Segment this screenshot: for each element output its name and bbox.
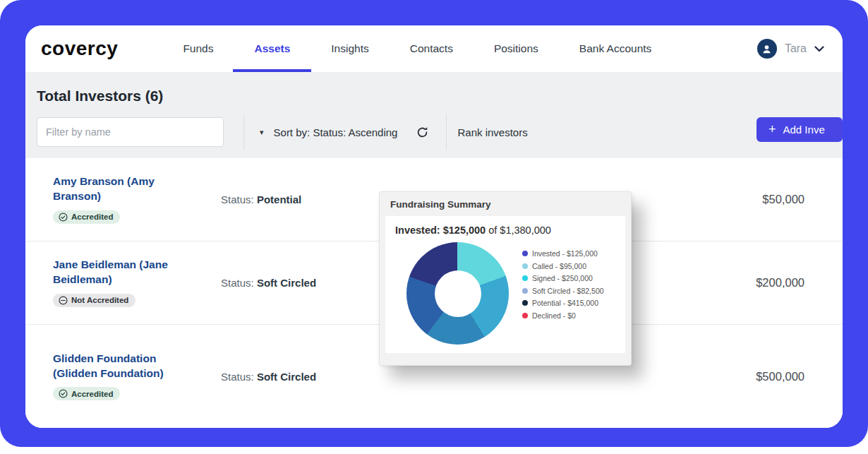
popup-body: Invested: $125,000 of $1,380,000 Investe… — [385, 216, 625, 353]
investor-status: Status: Soft Circled — [221, 371, 316, 383]
plus-icon: + — [768, 122, 776, 137]
main-nav: Funds Assets Insights Contacts Positions… — [183, 25, 651, 72]
legend-label: Signed - $250,000 — [532, 274, 593, 282]
sort-caret-icon[interactable]: ▾ — [260, 128, 264, 137]
badge-label: Accredited — [71, 213, 113, 221]
user-avatar-icon — [757, 39, 777, 59]
status-label: Status: — [221, 371, 254, 383]
nav-tab-insights[interactable]: Insights — [331, 25, 368, 72]
invested-total: of $1,380,000 — [486, 225, 551, 236]
donut-chart — [406, 242, 509, 345]
nav-tab-assets[interactable]: Assets — [254, 25, 290, 72]
chevron-down-icon — [814, 46, 824, 52]
toolbar-divider — [243, 114, 244, 150]
chart-legend: Invested - $125,000 Called - $95,000 Sig… — [522, 249, 604, 345]
legend-item: Soft Circled - $82,500 — [522, 287, 604, 295]
status-value: Soft Circled — [257, 277, 316, 289]
legend-dot — [522, 288, 528, 294]
investor-name-link[interactable]: Glidden Foundation (Glidden Foundation) — [53, 352, 193, 381]
filter-by-name-input[interactable] — [37, 117, 224, 147]
legend-item: Called - $95,000 — [522, 262, 604, 270]
investor-name-link[interactable]: Amy Branson (Amy Branson) — [53, 174, 193, 204]
investor-amount: $500,000 — [756, 370, 804, 383]
app-window: covercy Funds Assets Insights Contacts P… — [25, 25, 843, 428]
check-circle-icon — [59, 213, 68, 222]
legend-dot — [522, 300, 528, 306]
status-value: Soft Circled — [257, 371, 316, 383]
nav-tab-bank-accounts[interactable]: Bank Accounts — [579, 25, 652, 72]
toolbar: ▾ Sort by: Status: Ascending Rank invest… — [37, 114, 831, 150]
toolbar-divider — [446, 114, 447, 150]
rank-investors-button[interactable]: Rank investors — [457, 126, 527, 138]
user-name: Tara — [785, 42, 807, 55]
legend-dot — [522, 251, 528, 256]
investor-status: Status: Soft Circled — [221, 277, 316, 289]
page-title: Total Investors (6) — [25, 72, 843, 114]
nav-tab-positions[interactable]: Positions — [494, 25, 538, 72]
check-circle-icon — [59, 389, 68, 398]
legend-dot — [522, 275, 528, 281]
legend-item: Invested - $125,000 — [522, 249, 604, 258]
investor-name-block: Amy Branson (Amy Branson) Accredited — [53, 174, 193, 225]
add-investor-label: Add Inve — [783, 124, 825, 136]
user-menu[interactable]: Tara — [757, 39, 824, 59]
status-label: Status: — [221, 277, 254, 289]
donut-hole — [435, 270, 481, 317]
legend-label: Called - $95,000 — [532, 262, 586, 270]
legend-label: Declined - $0 — [532, 311, 576, 320]
investor-name-block: Jane Beidleman (Jane Beidleman) Not Accr… — [53, 258, 193, 308]
chart-area: Invested - $125,000 Called - $95,000 Sig… — [395, 242, 615, 345]
legend-dot — [522, 263, 528, 269]
investor-amount: $200,000 — [756, 276, 804, 289]
invested-amount: Invested: $125,000 — [395, 225, 486, 236]
accredited-badge: Accredited — [53, 387, 120, 400]
legend-label: Invested - $125,000 — [532, 249, 598, 258]
minus-circle-icon — [59, 296, 68, 305]
legend-dot — [522, 313, 528, 318]
status-label: Status: — [221, 193, 254, 205]
app-header: covercy Funds Assets Insights Contacts P… — [25, 25, 843, 72]
badge-label: Not Accredited — [71, 296, 128, 304]
nav-tab-contacts[interactable]: Contacts — [410, 25, 453, 72]
investor-amount: $50,000 — [762, 193, 804, 206]
refresh-icon[interactable] — [416, 126, 429, 139]
badge-label: Accredited — [71, 390, 113, 398]
investor-name-block: Glidden Foundation (Glidden Foundation) … — [53, 352, 193, 402]
investor-name-link[interactable]: Jane Beidleman (Jane Beidleman) — [53, 258, 193, 287]
not-accredited-badge: Not Accredited — [53, 294, 135, 307]
fundraising-summary-popup: Fundraising Summary Invested: $125,000 o… — [379, 191, 632, 366]
add-investor-button[interactable]: + Add Inve — [757, 117, 843, 142]
nav-tab-funds[interactable]: Funds — [183, 25, 213, 72]
legend-label: Potential - $415,000 — [532, 299, 598, 307]
legend-label: Soft Circled - $82,500 — [532, 287, 604, 295]
status-value: Potential — [257, 193, 301, 205]
investor-status: Status: Potential — [221, 193, 301, 205]
legend-item: Potential - $415,000 — [522, 299, 604, 307]
invested-summary: Invested: $125,000 of $1,380,000 — [395, 225, 615, 236]
accredited-badge: Accredited — [53, 210, 120, 224]
popup-title: Fundraising Summary — [380, 192, 631, 216]
covercy-logo: covercy — [41, 37, 118, 60]
legend-item: Declined - $0 — [522, 311, 604, 320]
legend-item: Signed - $250,000 — [522, 274, 604, 282]
sort-by-control[interactable]: Sort by: Status: Ascending — [274, 126, 398, 138]
